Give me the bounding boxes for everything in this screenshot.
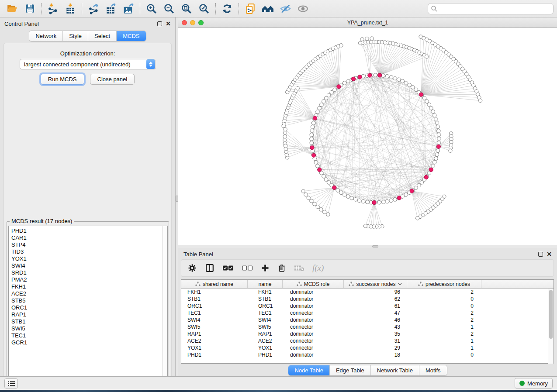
column-header-successor-nodes[interactable]: successor nodes [344,280,407,288]
minimize-window-icon[interactable] [190,20,195,25]
fit-content-button[interactable] [178,1,195,16]
mcds-result-item[interactable]: SWI5 [9,325,167,332]
network-graph[interactable] [178,28,557,245]
select-all-button[interactable] [222,265,234,272]
export-network-icon [88,3,99,14]
table-row[interactable]: STB1STB1dominator620 [181,296,554,303]
mcds-result-item[interactable]: STB5 [9,297,167,304]
zoom-in-button[interactable] [143,1,160,16]
mcds-result-item[interactable]: STP4 [9,241,167,248]
table-toolbar: f(x) [181,259,554,277]
tab-style[interactable]: Style [62,31,88,41]
mcds-result-item[interactable]: SWI4 [9,262,167,269]
mcds-result-list[interactable]: PHD1CAR1STP4TID3YOX1SWI4SRD1PMA2FKH1ACE2… [8,226,168,382]
cell-name: PHD1 [248,351,283,358]
mcds-result-item[interactable]: PMA2 [9,276,167,283]
list-scrollbar[interactable] [163,226,167,382]
fit-content-icon [181,3,192,14]
cell-successor_nodes: 29 [344,344,407,351]
table-row[interactable]: RAP1RAP1dominator352 [181,330,554,337]
function-builder-button[interactable]: f(x) [312,263,324,273]
close-panel-icon[interactable]: ✕ [166,21,171,26]
mcds-result-item[interactable]: FKH1 [9,283,167,290]
close-window-icon[interactable] [182,20,187,25]
mcds-result-item[interactable]: ORC1 [9,304,167,311]
search-input[interactable] [428,3,554,14]
memory-button[interactable]: Memory [515,378,553,389]
mcds-result-item[interactable]: SRD1 [9,269,167,276]
table-row[interactable]: TEC1TEC1connector472 [181,309,554,316]
column-header-predecessor-nodes[interactable]: predecessor nodes [407,280,481,288]
mcds-result-item[interactable]: YOX1 [9,255,167,262]
tab-select[interactable]: Select [88,31,116,41]
show-columns-button[interactable] [205,263,214,273]
network-canvas[interactable] [178,28,557,245]
open-file-button[interactable] [3,1,21,16]
table-row[interactable]: SWI5SWI5connector431 [181,323,554,330]
houses-button[interactable] [259,1,277,16]
table-row[interactable]: SWI4SWI4dominator462 [181,316,554,323]
export-network-button[interactable] [85,1,102,16]
mcds-result-item[interactable]: CAR1 [9,234,167,241]
memory-label: Memory [527,380,548,387]
export-image-button[interactable] [120,1,137,16]
zoom-out-button[interactable] [160,1,178,16]
add-column-button[interactable] [261,264,270,272]
zoom-selected-icon [198,3,210,14]
copy-network-button[interactable] [242,1,259,16]
tab-motifs[interactable]: Motifs [419,365,447,375]
mcds-result-item[interactable]: TID3 [9,248,167,255]
splitter-grip[interactable] [372,245,378,248]
horizontal-splitter[interactable] [178,245,557,248]
table-row[interactable]: YOX1YOX1connector291 [181,344,554,351]
float-panel-icon[interactable] [538,252,543,257]
cell-name: ORC1 [248,303,283,309]
column-header-shared-name[interactable]: shared name [181,280,248,288]
mcds-result-item[interactable]: RAP1 [9,311,167,318]
tab-network-table[interactable]: Network Table [370,365,419,375]
column-header-MCDS-role[interactable]: MCDS role [283,280,344,288]
zoom-selected-button[interactable] [195,1,213,16]
tab-network[interactable]: Network [29,31,62,41]
column-header-name[interactable]: name [248,280,283,288]
tab-edge-table[interactable]: Edge Table [329,365,370,375]
table-scrollbar[interactable] [548,289,554,364]
table-row[interactable]: FKH1FKH1dominator962 [181,289,554,296]
delete-column-button[interactable] [277,264,286,272]
run-mcds-button[interactable]: Run MCDS [41,74,84,85]
mcds-result-item[interactable]: GCR1 [9,339,167,346]
table-row[interactable]: PHD1PHD1dominator180 [181,351,554,358]
export-table-button[interactable] [102,1,120,16]
criterion-dropdown[interactable]: largest connected component (undirected) [20,59,156,69]
import-table-button[interactable] [62,1,79,16]
mcds-result-item[interactable]: PHD1 [9,226,167,234]
cell-predecessor_nodes: 2 [407,316,481,323]
cell-successor_nodes: 31 [344,337,407,344]
scrollbar-thumb[interactable] [549,290,553,339]
table-row[interactable]: ORC1ORC1dominator610 [181,303,554,309]
show-all-button[interactable] [294,1,311,16]
task-history-button[interactable] [4,378,18,389]
hide-selection-button[interactable] [277,1,294,16]
deselect-all-button[interactable] [242,265,253,272]
refresh-icon [221,3,233,14]
column-type-icon [297,282,302,286]
cell-shared_name: SWI4 [181,316,248,323]
close-panel-icon[interactable]: ✕ [547,252,552,257]
network-titlebar[interactable]: YPA_prune.txt_1 [178,17,557,28]
criterion-dropdown-value: largest connected component (undirected) [20,61,146,68]
mcds-result-item[interactable]: TEC1 [9,332,167,339]
float-panel-icon[interactable] [157,21,162,26]
maximize-window-icon[interactable] [198,20,204,25]
delete-table-button[interactable] [294,264,304,272]
tab-mcds[interactable]: MCDS [116,31,145,41]
tab-node-table[interactable]: Node Table [288,365,329,375]
save-session-button[interactable] [21,1,38,16]
import-network-button[interactable] [44,1,62,16]
table-row[interactable]: ACE2ACE2connector311 [181,337,554,344]
mcds-result-item[interactable]: STB1 [9,318,167,325]
close-panel-button[interactable]: Close panel [90,74,135,85]
refresh-view-button[interactable] [218,1,236,16]
mcds-result-item[interactable]: ACE2 [9,290,167,297]
column-settings-button[interactable] [187,263,197,273]
